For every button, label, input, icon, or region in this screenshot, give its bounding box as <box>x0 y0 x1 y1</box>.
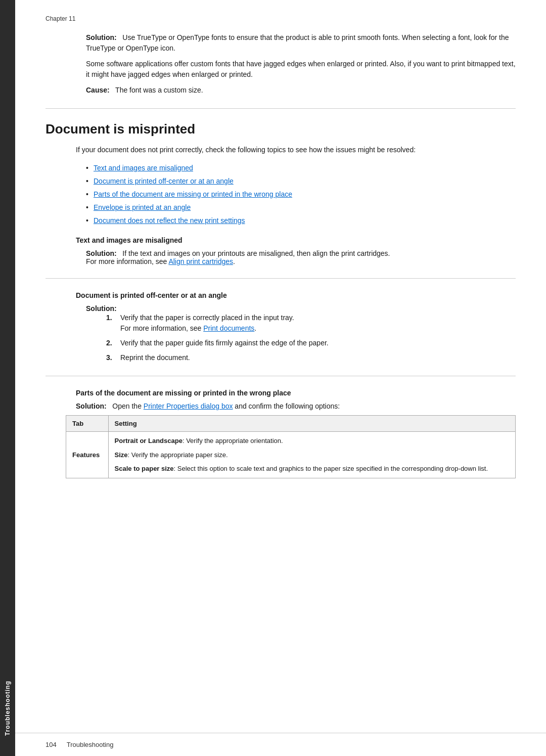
solution-body: Use TrueType or OpenType fonts to ensure… <box>86 33 509 52</box>
step-num-3: 3. <box>106 352 116 363</box>
step-2-text: Verify that the paper guide fits firmly … <box>120 338 329 348</box>
text-images-solution-body: If the text and images on your printouts… <box>122 249 390 257</box>
list-item: Text and images are misaligned <box>86 163 516 173</box>
text-images-solution-text: Solution: If the text and images on your… <box>86 249 516 257</box>
off-center-steps: 1. Verify that the paper is correctly pl… <box>106 313 516 363</box>
side-tab: Troubleshooting <box>0 0 15 756</box>
parts-missing-solution-p: Solution: Open the Printer Properties di… <box>76 402 516 410</box>
list-item: Parts of the document are missing or pri… <box>86 189 516 200</box>
text-images-subsection: Text and images are misaligned Solution:… <box>46 236 516 265</box>
intro-top-section: Solution: Use TrueType or OpenType fonts… <box>46 32 516 96</box>
scale-row: Scale to paper size: Select this option … <box>115 464 509 474</box>
solution-text: Solution: Use TrueType or OpenType fonts… <box>86 32 516 54</box>
off-center-subsection: Document is printed off-center or at an … <box>46 291 516 363</box>
divider-1 <box>46 108 516 109</box>
link-envelope[interactable]: Envelope is printed at an angle <box>94 203 191 211</box>
main-content: Chapter 11 Solution: Use TrueType or Ope… <box>15 0 546 756</box>
size-label: Size <box>115 451 128 459</box>
link-print-settings[interactable]: Document does not reflect the new print … <box>94 216 245 225</box>
align-cartridges-link[interactable]: Align print cartridges <box>168 257 233 265</box>
cause-line: Cause: The font was a custom size. <box>86 85 516 96</box>
features-tab-cell: Features <box>66 432 109 478</box>
text-images-solution-label: Solution: <box>86 249 117 257</box>
step-2: 2. Verify that the paper guide fits firm… <box>106 338 516 348</box>
parts-missing-solution-label: Solution: <box>76 402 107 410</box>
step-num-1: 1. <box>106 313 116 334</box>
more-info-prefix: For more information, see <box>86 257 168 265</box>
document-misprinted-section: Document is misprinted If your document … <box>46 121 516 478</box>
step-3: 3. Reprint the document. <box>106 352 516 363</box>
col-setting-header: Setting <box>108 416 515 432</box>
section-title: Document is misprinted <box>46 121 516 137</box>
parts-missing-solution-prefix: Open the <box>112 402 144 410</box>
divider-2 <box>46 278 516 279</box>
table-header-row: Tab Setting <box>66 416 516 432</box>
cause-label: Cause: <box>86 86 110 94</box>
parts-missing-subsection: Parts of the document are missing or pri… <box>46 389 516 478</box>
parts-missing-solution-suffix: and confirm the following options: <box>233 402 340 410</box>
step-1-text: Verify that the paper is correctly place… <box>120 313 294 334</box>
text-images-solution: Solution: If the text and images on your… <box>86 249 516 265</box>
step-1: 1. Verify that the paper is correctly pl… <box>106 313 516 334</box>
step-num-2: 2. <box>106 338 116 348</box>
print-documents-link[interactable]: Print documents <box>203 324 254 332</box>
size-row: Size: Verify the appropriate paper size. <box>115 450 509 460</box>
solution-label: Solution: <box>86 33 117 41</box>
scale-rest: : Select this option to scale text and g… <box>174 465 488 472</box>
link-parts-missing[interactable]: Parts of the document are missing or pri… <box>94 190 292 198</box>
portrait-label: Portrait or Landscape <box>115 437 183 444</box>
footer-label: Troubleshooting <box>67 741 114 748</box>
settings-table: Tab Setting Features Portrait or Landsca… <box>66 415 516 478</box>
list-item: Document is printed off-center or at an … <box>86 176 516 187</box>
link-off-center[interactable]: Document is printed off-center or at an … <box>94 177 234 185</box>
link-text-images[interactable]: Text and images are misaligned <box>94 164 193 172</box>
footer: 104 Troubleshooting <box>15 733 546 756</box>
section-intro: If your document does not print correctl… <box>76 145 516 155</box>
divider-3 <box>46 376 516 376</box>
off-center-solution-label: Solution: <box>86 304 117 313</box>
off-center-solution: Solution: 1. Verify that the paper is co… <box>86 304 516 363</box>
text-images-title: Text and images are misaligned <box>76 236 516 244</box>
list-item: Envelope is printed at an angle <box>86 202 516 213</box>
settings-table-container: Tab Setting Features Portrait or Landsca… <box>66 415 516 478</box>
chapter-label: Chapter 11 <box>46 15 516 22</box>
solution-paragraph: Solution: Use TrueType or OpenType fonts… <box>86 32 516 96</box>
printer-properties-link[interactable]: Printer Properties dialog box <box>144 402 233 410</box>
portrait-rest: : Verify the appropriate orientation. <box>183 437 283 444</box>
col-tab-header: Tab <box>66 416 109 432</box>
parts-missing-title: Parts of the document are missing or pri… <box>76 389 516 397</box>
step-1-more-info: For more information, see Print document… <box>120 324 256 332</box>
off-center-title: Document is printed off-center or at an … <box>76 291 516 299</box>
list-item: Document does not reflect the new print … <box>86 215 516 226</box>
size-rest: : Verify the appropriate paper size. <box>128 451 228 459</box>
off-center-solution-label-p: Solution: <box>86 304 516 313</box>
cause-text: The font was a custom size. <box>115 86 203 94</box>
footer-page-number: 104 <box>46 741 57 748</box>
table-row: Features Portrait or Landscape: Verify t… <box>66 432 516 478</box>
side-tab-label: Troubleshooting <box>4 681 11 736</box>
parts-missing-solution-line: Solution: Open the Printer Properties di… <box>76 402 516 410</box>
extra-text: Some software applications offer custom … <box>86 59 516 80</box>
topic-list: Text and images are misaligned Document … <box>76 163 516 226</box>
scale-label: Scale to paper size <box>115 465 174 472</box>
portrait-landscape-row: Portrait or Landscape: Verify the approp… <box>115 436 509 446</box>
more-info-suffix: . <box>233 257 235 265</box>
step-3-text: Reprint the document. <box>120 352 190 363</box>
text-images-more-info: For more information, see Align print ca… <box>86 257 516 265</box>
features-settings-cell: Portrait or Landscape: Verify the approp… <box>108 432 515 478</box>
